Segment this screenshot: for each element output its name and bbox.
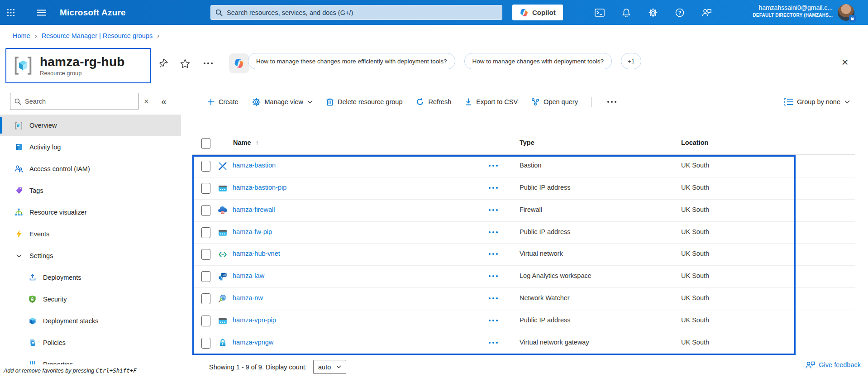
- create-button[interactable]: Create: [207, 98, 238, 105]
- table-row[interactable]: hamza-hub-vnet Virtual network UK South: [192, 244, 855, 266]
- column-header-name[interactable]: Name ↑: [233, 139, 259, 146]
- export-csv-button[interactable]: Export to CSV: [465, 98, 518, 106]
- row-more-button[interactable]: [489, 320, 498, 321]
- refresh-button[interactable]: Refresh: [416, 98, 451, 106]
- title-more-button[interactable]: [202, 61, 215, 66]
- breadcrumb-resource-groups[interactable]: Resource Manager | Resource groups: [42, 32, 153, 39]
- table-row[interactable]: hamza-vpngw Virtual network gateway UK S…: [192, 332, 855, 354]
- display-count-select[interactable]: auto: [313, 360, 346, 374]
- chevron-down-icon: [844, 100, 850, 104]
- row-checkbox[interactable]: [201, 183, 210, 194]
- row-more-button[interactable]: [489, 342, 498, 344]
- row-more-button[interactable]: [489, 275, 498, 277]
- sidebar-item-label: Activity log: [29, 144, 61, 151]
- manage-view-button[interactable]: Manage view: [252, 98, 313, 106]
- sidebar-item-tags[interactable]: Tags: [0, 180, 181, 201]
- toolbar-more-button[interactable]: [606, 99, 618, 105]
- favorite-star-icon[interactable]: [180, 59, 190, 68]
- resource-link[interactable]: hamza-hub-vnet: [233, 250, 280, 257]
- resource-link[interactable]: hamza-bastion-pip: [233, 184, 286, 191]
- resource-link[interactable]: hamza-fw-pip: [233, 228, 272, 235]
- firewall-icon: [218, 206, 227, 215]
- pin-icon[interactable]: [159, 59, 168, 68]
- table-row[interactable]: hamza-law Log Analytics workspace UK Sou…: [192, 266, 855, 288]
- account-menu[interactable]: hamzahssaini0@gmail.c... DEFAULT DIRECTO…: [723, 4, 833, 18]
- resource-link[interactable]: hamza-law: [233, 272, 264, 279]
- sidebar-item-activity-log[interactable]: Activity log: [0, 136, 181, 158]
- suggestion-pill-2[interactable]: How to manage changes with deployment to…: [464, 53, 612, 69]
- table-row[interactable]: hamza-firewall Firewall UK South: [192, 200, 855, 222]
- sidebar-search-input[interactable]: [25, 98, 134, 105]
- table-row[interactable]: hamza-bastion-pip Public IP address UK S…: [192, 177, 855, 200]
- row-checkbox[interactable]: [201, 338, 210, 349]
- row-checkbox[interactable]: [201, 227, 210, 238]
- group-by-button[interactable]: Group by none: [784, 92, 850, 112]
- app-launcher-icon[interactable]: [0, 0, 22, 25]
- deployment-stacks-icon: [28, 317, 37, 325]
- resource-link[interactable]: hamza-bastion: [233, 162, 276, 169]
- row-checkbox[interactable]: [201, 249, 210, 260]
- table-row[interactable]: hamza-bastion Bastion UK South: [192, 155, 855, 177]
- row-more-button[interactable]: [489, 165, 498, 167]
- help-icon[interactable]: ?: [666, 0, 693, 25]
- sidebar-item-security[interactable]: Security: [0, 288, 181, 310]
- row-more-button[interactable]: [489, 253, 498, 255]
- row-checkbox[interactable]: [201, 161, 210, 172]
- column-header-type[interactable]: Type: [520, 139, 534, 146]
- feedback-icon[interactable]: [693, 0, 720, 25]
- brand-title[interactable]: Microsoft Azure: [60, 8, 126, 18]
- suggestion-pill-more[interactable]: +1: [621, 53, 641, 69]
- search-icon: [14, 98, 21, 105]
- resource-link[interactable]: hamza-vpn-pip: [233, 316, 276, 324]
- resource-type: Firewall: [520, 206, 542, 213]
- sidebar-item-label: Security: [43, 296, 67, 303]
- avatar[interactable]: [838, 4, 854, 21]
- select-all-checkbox[interactable]: [201, 138, 210, 149]
- search-icon: [215, 9, 223, 16]
- cloud-shell-icon[interactable]: [586, 0, 613, 25]
- table-row[interactable]: hamza-vpn-pip Public IP address UK South: [192, 310, 855, 332]
- row-more-button[interactable]: [489, 231, 498, 233]
- close-icon[interactable]: ×: [837, 54, 853, 70]
- give-feedback-link[interactable]: Give feedback: [805, 361, 861, 369]
- row-checkbox[interactable]: [201, 293, 210, 304]
- resource-link[interactable]: hamza-firewall: [233, 206, 275, 213]
- sidebar-item-deployment-stacks[interactable]: Deployment stacks: [0, 310, 181, 332]
- sidebar-item-policies[interactable]: Policies: [0, 332, 181, 354]
- breadcrumb-home[interactable]: Home: [13, 32, 30, 39]
- open-query-button[interactable]: Open query: [531, 98, 578, 106]
- chevron-down-icon: [336, 365, 341, 368]
- chevron-down-icon: [14, 254, 23, 258]
- suggestion-pill-1[interactable]: How to manage these changes more efficie…: [248, 53, 455, 69]
- hamburger-menu-icon[interactable]: [31, 0, 52, 25]
- column-header-location[interactable]: Location: [681, 139, 708, 146]
- row-more-button[interactable]: [489, 209, 498, 211]
- clear-search-icon[interactable]: ×: [144, 97, 149, 106]
- row-checkbox[interactable]: [201, 271, 210, 282]
- sidebar-item-resource-visualizer[interactable]: Resource visualizer: [0, 201, 181, 223]
- row-more-button[interactable]: [489, 187, 498, 189]
- row-more-button[interactable]: [489, 297, 498, 299]
- delete-resource-group-button[interactable]: Delete resource group: [326, 98, 402, 106]
- feedback-icon: [805, 361, 815, 369]
- row-checkbox[interactable]: [201, 205, 210, 216]
- global-search[interactable]: [210, 5, 502, 20]
- settings-gear-icon[interactable]: [639, 0, 666, 25]
- collapse-sidebar-icon[interactable]: «: [162, 96, 167, 107]
- plus-icon: [207, 98, 215, 105]
- sidebar-item-deployments[interactable]: Deployments: [0, 267, 181, 288]
- sidebar-item-access-control[interactable]: Access control (IAM): [0, 158, 181, 180]
- copilot-suggestions-icon[interactable]: [229, 53, 249, 73]
- sidebar-item-overview[interactable]: Overview: [0, 115, 181, 136]
- copilot-button[interactable]: Copilot: [512, 5, 563, 20]
- notifications-bell-icon[interactable]: [613, 0, 639, 25]
- resource-link[interactable]: hamza-nw: [233, 294, 263, 301]
- global-search-input[interactable]: [227, 9, 497, 16]
- sidebar-search[interactable]: [10, 93, 138, 110]
- table-row[interactable]: hamza-nw Network Watcher UK South: [192, 288, 855, 310]
- row-checkbox[interactable]: [201, 316, 210, 326]
- table-row[interactable]: hamza-fw-pip Public IP address UK South: [192, 222, 855, 244]
- sidebar-group-settings[interactable]: Settings: [0, 245, 181, 267]
- sidebar-item-events[interactable]: Events: [0, 223, 181, 245]
- resource-link[interactable]: hamza-vpngw: [233, 339, 273, 346]
